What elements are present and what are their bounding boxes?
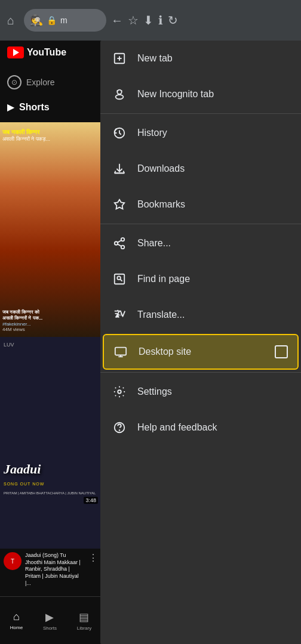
shorts-text-overlay: जब नकली किन्नर असली किन्नरों ने पकड़... — [2, 128, 99, 143]
svg-point-3 — [117, 90, 121, 94]
downloads-label: Downloads — [137, 163, 289, 174]
youtube-logo[interactable]: YouTube — [7, 47, 66, 58]
menu-item-history[interactable]: History — [100, 115, 301, 151]
shorts-bottom-text: जब नकली किन्नर को असली किन्नरों ने पक...… — [2, 309, 99, 332]
shorts-icon: ▶ — [7, 101, 14, 113]
menu-item-translate[interactable]: A Translate... — [100, 297, 301, 333]
video-duration: 3:48 — [84, 497, 98, 504]
shorts-hashtag: #fakekinner... — [2, 321, 99, 327]
separator-3 — [100, 372, 301, 373]
shorts-thumbnail[interactable]: जब नकली किन्नर असली किन्नरों ने पकड़... … — [0, 122, 102, 337]
shorts-views: 44M views — [2, 327, 99, 332]
video-info-bar: T Jaadui (Song) Tu Jhoothi Main Makkaar … — [0, 549, 102, 590]
luv-tag: LUV — [4, 342, 14, 348]
download-icon[interactable]: ⬇ — [143, 13, 153, 27]
menu-item-share[interactable]: Share... — [100, 225, 301, 261]
menu-item-desktop-site[interactable]: Desktop site — [103, 334, 299, 370]
new-incognito-tab-label: New Incognito tab — [137, 89, 289, 100]
library-nav-label: Library — [77, 626, 91, 631]
bookmarks-icon — [112, 197, 127, 212]
settings-label: Settings — [137, 386, 289, 397]
new-tab-label: New tab — [137, 53, 289, 64]
bottom-nav: ⌂ Home ▶ Shorts ▤ Library — [0, 596, 102, 644]
shorts-thumb-inner: जब नकली किन्नर असली किन्नरों ने पकड़... … — [0, 122, 102, 337]
share-icon — [112, 236, 127, 250]
svg-line-16 — [120, 279, 122, 281]
browser-bar-left: ⌂ 🕵 🔒 m — [5, 9, 106, 32]
bookmarks-label: Bookmarks — [137, 199, 289, 210]
nav-library[interactable]: ▤ Library — [77, 611, 91, 631]
video-title: Jaadui (Song) Tu Jhoothi Main Makkaar | … — [25, 552, 85, 587]
history-label: History — [137, 128, 289, 138]
youtube-title: YouTube — [27, 47, 66, 58]
separator-2 — [100, 224, 301, 224]
home-nav-icon: ⌂ — [13, 611, 20, 623]
translate-icon: A — [112, 308, 127, 322]
song-out-now: SONG OUT NOW — [4, 482, 44, 486]
youtube-shorts-header[interactable]: ▶ Shorts — [0, 97, 102, 117]
svg-rect-19 — [115, 348, 126, 355]
desktop-site-checkbox[interactable] — [275, 345, 288, 358]
shorts-hindi-line1: जब नकली किन्नर — [2, 128, 99, 136]
channel-icon: T — [4, 552, 22, 570]
incognito-menu-icon — [112, 87, 127, 101]
explore-icon: ⊙ — [7, 75, 22, 89]
svg-marker-8 — [115, 200, 125, 209]
menu-item-new-incognito-tab[interactable]: New Incognito tab — [100, 76, 301, 112]
info-icon[interactable]: ℹ — [158, 13, 163, 27]
svg-point-24 — [119, 430, 120, 431]
svg-line-13 — [118, 240, 121, 243]
browser-actions: ← ☆ ⬇ ℹ ↻ — [111, 13, 178, 27]
menu-item-find-in-page[interactable]: Find in page — [100, 261, 301, 297]
svg-point-4 — [116, 95, 124, 99]
nav-shorts[interactable]: ▶ Shorts — [43, 611, 57, 631]
library-nav-icon: ▤ — [79, 611, 89, 624]
nav-home[interactable]: ⌂ Home — [10, 611, 23, 630]
share-label: Share... — [137, 238, 289, 249]
chrome-dropdown-menu: New tab New Incognito tab History — [100, 41, 301, 644]
menu-item-bookmarks[interactable]: Bookmarks — [100, 187, 301, 222]
play-triangle — [13, 49, 19, 56]
address-text: m — [60, 16, 100, 25]
shorts-nav-icon: ▶ — [45, 611, 54, 624]
desktop-site-label: Desktop site — [139, 346, 264, 357]
home-icon[interactable]: ⌂ — [5, 11, 17, 30]
svg-point-15 — [117, 276, 121, 280]
svg-point-22 — [118, 390, 121, 394]
shorts-bottom-hindi1: जब नकली किन्नर को — [2, 309, 99, 315]
svg-point-11 — [121, 246, 125, 249]
youtube-header: YouTube — [0, 41, 102, 64]
new-tab-icon — [112, 51, 127, 66]
shorts-bottom-hindi2: असली किन्नरों ने पक... — [2, 315, 99, 321]
downloads-icon — [112, 162, 127, 176]
explore-label: Explore — [26, 78, 54, 87]
incognito-badge-icon: 🕵 — [30, 14, 43, 27]
menu-item-new-tab[interactable]: New tab — [100, 41, 301, 76]
translate-label: Translate... — [137, 309, 289, 320]
refresh-icon[interactable]: ↻ — [168, 13, 178, 27]
menu-item-downloads[interactable]: Downloads — [100, 151, 301, 187]
back-icon[interactable]: ← — [111, 14, 123, 27]
svg-point-9 — [121, 238, 125, 242]
menu-item-settings[interactable]: Settings — [100, 374, 301, 410]
menu-item-help-feedback[interactable]: Help and feedback — [100, 410, 301, 445]
svg-line-12 — [118, 244, 121, 246]
settings-icon — [112, 385, 127, 399]
address-bar[interactable]: 🕵 🔒 m — [24, 9, 106, 32]
desktop-site-icon — [113, 345, 128, 359]
find-in-page-icon — [112, 272, 127, 286]
star-icon[interactable]: ☆ — [128, 13, 139, 27]
help-icon — [112, 420, 127, 435]
svg-point-10 — [115, 242, 118, 245]
video2-thumbnail[interactable]: LUV Jaadui SONG OUT NOW PRITAM | AMITABH… — [0, 337, 102, 584]
video-credits: PRITAM | AMITABH BHATTACHARYA | JUBIN NA… — [4, 491, 98, 495]
youtube-play-icon — [7, 47, 24, 58]
video-more-button[interactable]: ⋮ — [88, 552, 98, 564]
jaadui-title: Jaadui — [4, 462, 41, 477]
shorts-hindi-line2: असली किन्नरों ने पकड़... — [2, 136, 99, 143]
find-in-page-label: Find in page — [137, 274, 289, 284]
help-feedback-label: Help and feedback — [137, 422, 289, 433]
history-icon — [112, 126, 127, 140]
lock-icon: 🔒 — [47, 16, 57, 25]
youtube-explore[interactable]: ⊙ Explore — [0, 70, 102, 94]
